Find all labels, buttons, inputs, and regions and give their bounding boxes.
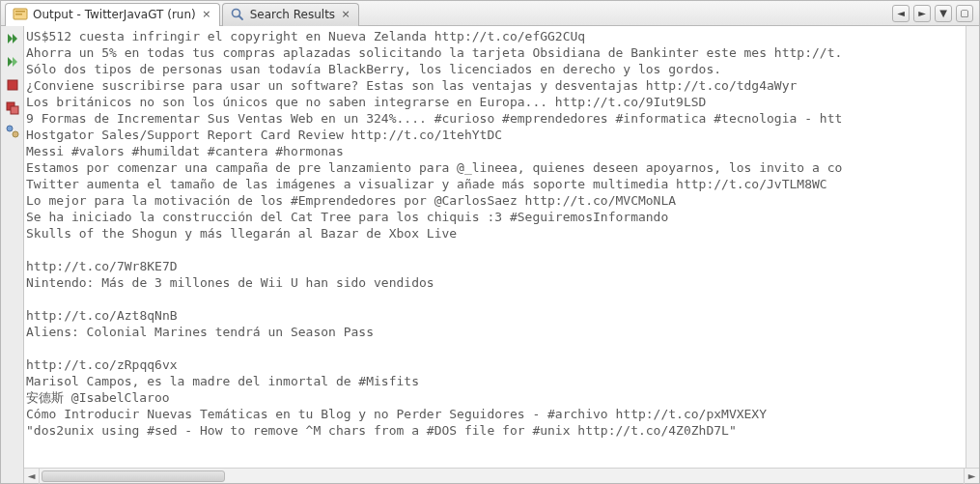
- tab-dropdown-button[interactable]: ▼: [935, 5, 952, 22]
- horizontal-scrollbar[interactable]: ◄ ►: [24, 468, 979, 483]
- rerun-icon[interactable]: [4, 30, 21, 47]
- stop-icon[interactable]: [4, 76, 21, 94]
- svg-point-8: [7, 126, 13, 131]
- tabbar-right-controls: ◄ ► ▼ ▢: [892, 5, 975, 22]
- scroll-left-icon[interactable]: ◄: [24, 469, 40, 484]
- scroll-right-button[interactable]: ►: [913, 5, 931, 22]
- scroll-right-icon[interactable]: ►: [964, 469, 979, 484]
- svg-line-4: [238, 16, 242, 20]
- output-window: Output - TwitterJavaGT (run) × Search Re…: [0, 0, 980, 484]
- close-icon[interactable]: ×: [201, 9, 212, 20]
- svg-point-9: [13, 131, 18, 137]
- scroll-thumb[interactable]: [42, 470, 225, 482]
- tab-label: Search Results: [250, 8, 335, 21]
- run-icon[interactable]: [4, 53, 21, 71]
- svg-rect-7: [11, 106, 18, 114]
- tab-label: Output - TwitterJavaGT (run): [33, 8, 196, 21]
- scroll-left-button[interactable]: ◄: [892, 5, 910, 22]
- svg-rect-1: [15, 11, 25, 13]
- tab-output[interactable]: Output - TwitterJavaGT (run) ×: [5, 3, 220, 26]
- search-icon: [230, 7, 245, 22]
- svg-rect-5: [8, 80, 17, 90]
- maximize-button[interactable]: ▢: [956, 5, 973, 22]
- output-icon: [13, 7, 28, 22]
- action-gutter: [1, 26, 24, 483]
- svg-rect-2: [15, 14, 22, 15]
- body-area: US$512 cuesta infringir el copyright en …: [1, 26, 979, 483]
- console-output[interactable]: US$512 cuesta infringir el copyright en …: [24, 26, 966, 468]
- vertical-scrollbar[interactable]: [966, 26, 979, 468]
- settings-icon[interactable]: [4, 123, 21, 140]
- tab-list: Output - TwitterJavaGT (run) × Search Re…: [5, 1, 361, 26]
- stop-all-icon[interactable]: [4, 100, 21, 117]
- scroll-track[interactable]: [40, 469, 964, 483]
- tab-bar: Output - TwitterJavaGT (run) × Search Re…: [1, 1, 979, 26]
- close-icon[interactable]: ×: [340, 9, 351, 20]
- content-wrap: US$512 cuesta infringir el copyright en …: [24, 26, 979, 483]
- tab-search-results[interactable]: Search Results ×: [222, 3, 359, 26]
